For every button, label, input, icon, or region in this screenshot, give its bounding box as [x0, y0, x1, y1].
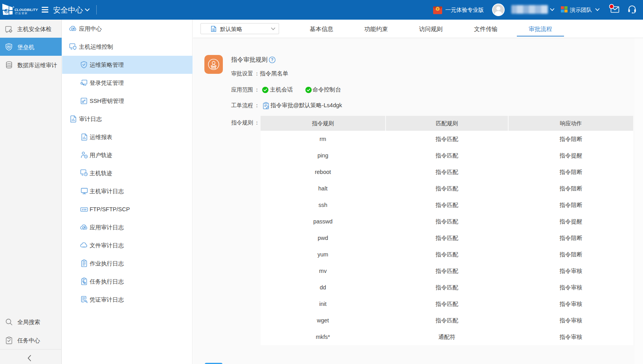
svg-text:?: ? — [271, 57, 273, 62]
svg-text:R: R — [13, 6, 14, 8]
svg-text:FTP: FTP — [82, 208, 86, 211]
